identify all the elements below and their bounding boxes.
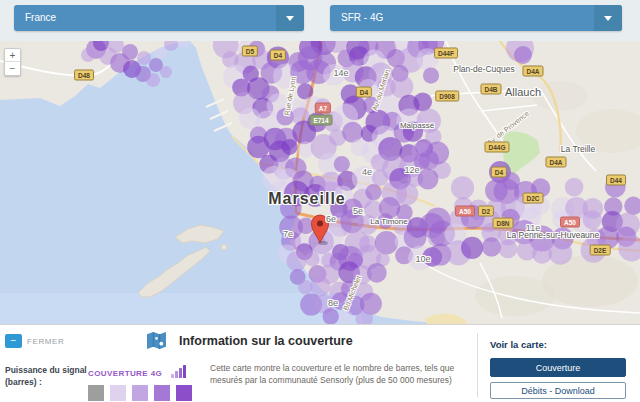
signal-bars-icon [171,365,187,378]
legend-swatch [88,385,104,401]
debits-download-button[interactable]: Débits - Download [490,382,626,399]
legend-swatch [176,385,192,401]
zoom-out-button[interactable]: − [5,62,20,75]
chevron-down-icon [594,5,622,31]
coverage-map-app: France SFR - 4G [0,0,640,402]
legend-swatch [154,385,170,401]
region-dropdown-value: France [25,5,56,31]
info-panel: − FERMER Information sur la couverture P… [0,324,640,402]
divider [477,333,478,397]
map-icon [147,331,166,350]
chevron-down-icon [276,5,304,31]
panel-title: Information sur la couverture [179,334,353,348]
legend-swatch [110,385,126,401]
zoom-in-button[interactable]: + [5,49,20,62]
coverage-4g-label: COUVERTURE 4G [88,369,162,378]
signal-strength-label: Puissance du signal (barres) : [5,364,89,388]
map-zoom-control: + − [4,48,21,76]
network-dropdown[interactable]: SFR - 4G [330,5,622,31]
network-dropdown-value: SFR - 4G [341,5,383,31]
map-canvas[interactable]: MarseilleAllauchPlan-de-CuquesLa Treille… [0,41,640,324]
legend-color-scale [88,385,198,402]
coverage-description: Cette carte montre la couverture et le n… [210,363,472,386]
close-panel-label[interactable]: FERMER [27,337,64,346]
view-map-label: Voir la carte: [490,339,547,350]
legend-swatch [132,385,148,401]
collapse-panel-button[interactable]: − [5,334,22,348]
region-dropdown[interactable]: France [14,5,304,31]
coverage-map-button[interactable]: Couverture [490,358,626,377]
header-bar: France SFR - 4G [0,0,640,41]
